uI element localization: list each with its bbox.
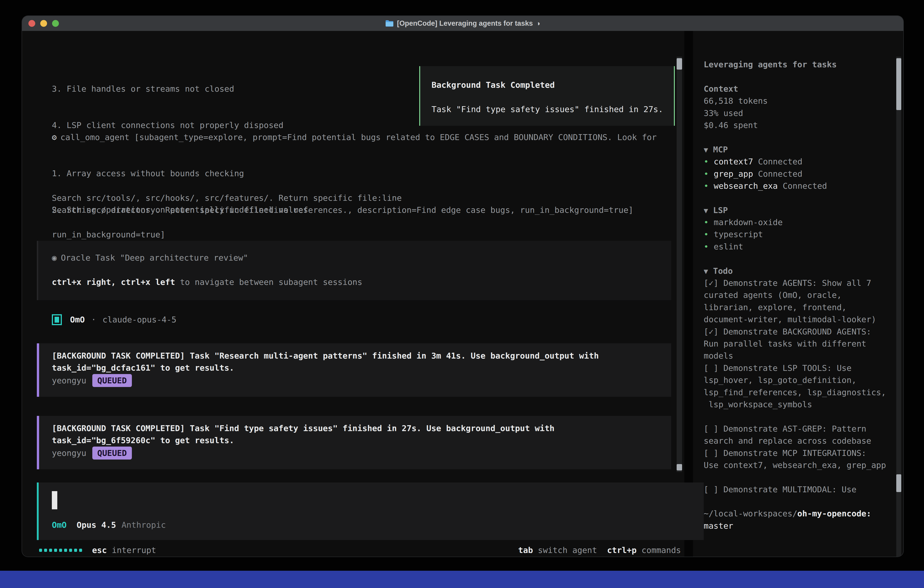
mcp-item-name: context7	[714, 157, 753, 166]
window-titlebar[interactable]: [OpenCode] Leveraging agents for tasks ◑	[22, 16, 903, 31]
task-message-line2: task_id="bg_6f59260c" to get results.	[52, 434, 671, 446]
lsp-item-name: typescript	[714, 230, 763, 239]
blank-line	[704, 471, 895, 483]
terminal-content: 3. File handles or streams not closed 4.…	[22, 31, 903, 557]
todo-section-header[interactable]: ▼Todo	[704, 265, 895, 277]
prompt-input[interactable]: OmO Opus 4.5 Anthropic	[37, 482, 704, 540]
sidebar-scrollbar-thumb[interactable]	[896, 474, 901, 492]
task-user: yeongyu	[52, 448, 86, 458]
chevron-down-icon: ▼	[704, 144, 708, 156]
task-message-line1: [BACKGROUND TASK COMPLETED] Task "Resear…	[52, 350, 671, 362]
status-dot-icon: •	[704, 180, 714, 192]
oracle-task-box: ◉Oracle Task "Deep architecture review" …	[37, 241, 671, 300]
minimize-button[interactable]	[40, 20, 47, 27]
mcp-item: •context7 Connected	[704, 155, 895, 168]
tool-call-line: ⚙ call_omo_agent [subagent_type=explore,…	[52, 131, 657, 143]
main-scrollbar-thumb[interactable]	[676, 58, 682, 69]
blank-line	[704, 131, 895, 143]
tab-key: tab	[518, 544, 533, 556]
workspace-path-repo: oh-my-opencode:	[797, 509, 871, 518]
half-moon-icon: ◑	[536, 20, 540, 27]
blank-line	[704, 410, 895, 423]
transcript-line: 3. File handles or streams not closed	[52, 83, 402, 95]
todo-line-active: lsp_hover, lsp_goto_definition,	[704, 374, 895, 386]
input-agent-name: OmO	[52, 519, 67, 531]
todo-line-done: Run parallel tasks with different	[704, 338, 895, 350]
blank-line	[704, 496, 895, 507]
status-dot-icon: •	[704, 241, 714, 253]
todo-line-active: lsp_workspace_symbols	[704, 398, 895, 410]
sidebar: Leveraging agents for tasks Context 66,5…	[704, 58, 895, 557]
zoom-button[interactable]	[52, 20, 59, 27]
todo-line-pending: Use context7, websearch_exa, grep_app	[704, 459, 895, 471]
opencode-terminal-window: [OpenCode] Leveraging agents for tasks ◑…	[22, 16, 903, 557]
activity-spinner-dots	[39, 549, 82, 552]
status-dot-icon: •	[704, 155, 714, 168]
oracle-title: Oracle Task "Deep architecture review"	[61, 253, 248, 263]
blank-line	[704, 71, 895, 83]
queued-badge: QUEUED	[92, 374, 132, 387]
mcp-item-status: Connected	[758, 157, 802, 166]
desktop-background	[0, 571, 924, 588]
lsp-heading-label: LSP	[713, 206, 728, 215]
status-dot-icon: •	[704, 228, 714, 240]
todo-line-done: document-writer, multimodal-looker)	[704, 313, 895, 325]
workspace-path: ~/local-workspaces/oh-my-opencode:	[704, 507, 895, 520]
oracle-hint-keys: ctrl+x right, ctrl+x left	[52, 277, 175, 287]
input-model-row: OmO Opus 4.5 Anthropic	[52, 519, 166, 531]
separator-dot: ·	[91, 314, 96, 325]
blank-line	[704, 532, 895, 544]
todo-line-done: models	[704, 350, 895, 362]
notification-title: Background Task Completed	[432, 79, 674, 91]
background-task-notification: Background Task Completed Task "Find typ…	[419, 66, 675, 126]
record-icon: ◉	[52, 253, 57, 263]
todo-line-pending: search and replace across codebase	[704, 435, 895, 447]
workspace-path-prefix: ~/local-workspaces/	[704, 509, 797, 518]
todo-line-done: [✓] Demonstrate BACKGROUND AGENTS:	[704, 325, 895, 338]
workspace-branch: master	[704, 520, 895, 532]
mcp-item-status: Connected	[758, 169, 802, 178]
blank-line	[704, 253, 895, 265]
version-line: •OpenCode 1.0.163	[704, 556, 895, 557]
status-dot-icon: •	[704, 556, 714, 557]
context-spent: $0.46 spent	[704, 119, 895, 131]
close-button[interactable]	[28, 20, 35, 27]
todo-line-pending: [ ] Demonstrate MULTIMODAL: Use	[704, 483, 895, 496]
tab-label: switch agent	[538, 544, 597, 556]
input-model-name[interactable]: Opus 4.5	[77, 519, 116, 531]
chevron-down-icon: ▼	[704, 205, 708, 217]
todo-line-active: lsp_find_references, lsp_diagnostics,	[704, 386, 895, 398]
task-message-line2: task_id="bg_dcfac161" to get results.	[52, 362, 671, 374]
lsp-item-name: markdown-oxide	[714, 218, 782, 227]
traffic-lights	[28, 16, 59, 31]
blank-line	[704, 544, 895, 556]
esc-key: esc	[92, 545, 107, 555]
queued-badge: QUEUED	[92, 447, 132, 459]
notification-spacer	[432, 91, 674, 103]
omo-agent-icon	[52, 314, 62, 325]
lsp-section-header[interactable]: ▼LSP	[704, 204, 895, 216]
agent-name: OmO	[70, 314, 85, 325]
task-message: [BACKGROUND TASK COMPLETED] Task "Find t…	[37, 416, 671, 469]
mcp-item: •grep_app Connected	[704, 168, 895, 180]
status-bar-right: tab switch agentctrl+p commands	[518, 544, 681, 557]
task-message-meta: yeongyuQUEUED	[52, 374, 671, 387]
oracle-spacer	[52, 264, 671, 276]
mcp-item-name: websearch_exa	[714, 181, 778, 190]
mcp-item: •websearch_exa Connected	[704, 180, 895, 192]
main-scrollbar-thumb[interactable]	[676, 464, 682, 471]
task-message-meta: yeongyuQUEUED	[52, 447, 671, 459]
mcp-section-header[interactable]: ▼MCP	[704, 144, 895, 155]
todo-line-pending: [ ] Demonstrate AST-GREP: Pattern	[704, 423, 895, 435]
notification-message: Task "Find type safety issues" finished …	[432, 103, 674, 115]
task-user: yeongyu	[52, 376, 86, 385]
main-scrollbar-track[interactable]	[676, 57, 682, 472]
panel-divider	[684, 31, 693, 557]
todo-line-pending: [ ] Demonstrate MCP INTEGRATIONS:	[704, 447, 895, 459]
sidebar-session-title: Leveraging agents for tasks	[704, 58, 895, 71]
context-used: 33% used	[704, 107, 895, 119]
text-cursor	[52, 491, 57, 509]
bug-list-item: 1. Array access without bounds checking	[52, 167, 367, 179]
sidebar-scrollbar-thumb[interactable]	[896, 58, 901, 110]
oracle-hint-rest: to navigate between subagent sessions	[175, 277, 362, 287]
